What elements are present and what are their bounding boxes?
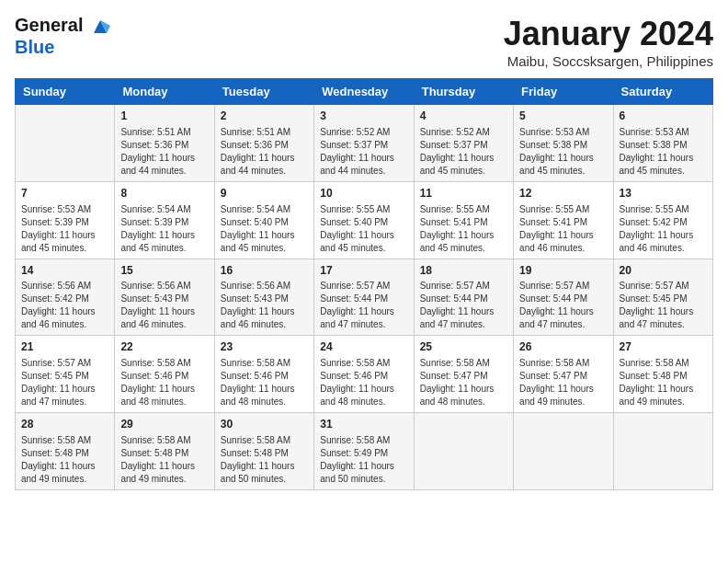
- calendar-body: 1Sunrise: 5:51 AMSunset: 5:36 PMDaylight…: [16, 105, 713, 490]
- day-info: Sunrise: 5:56 AMSunset: 5:43 PMDaylight:…: [120, 280, 208, 331]
- header-thursday: Thursday: [414, 79, 513, 105]
- week-row-3: 14Sunrise: 5:56 AMSunset: 5:42 PMDayligh…: [16, 259, 713, 336]
- day-info: Sunrise: 5:56 AMSunset: 5:43 PMDaylight:…: [221, 280, 308, 331]
- day-info: Sunrise: 5:58 AMSunset: 5:48 PMDaylight:…: [620, 357, 707, 408]
- day-number: 28: [21, 417, 108, 432]
- day-number: 23: [221, 339, 308, 355]
- day-number: 6: [620, 109, 707, 124]
- day-number: 18: [420, 263, 507, 279]
- day-info: Sunrise: 5:55 AMSunset: 5:41 PMDaylight:…: [420, 203, 507, 255]
- calendar-cell: 21Sunrise: 5:57 AMSunset: 5:45 PMDayligh…: [16, 336, 115, 413]
- calendar-cell: 18Sunrise: 5:57 AMSunset: 5:44 PMDayligh…: [414, 259, 513, 336]
- header-monday: Monday: [115, 79, 214, 105]
- calendar-cell: [514, 413, 613, 490]
- day-info: Sunrise: 5:58 AMSunset: 5:46 PMDaylight:…: [221, 357, 308, 408]
- calendar-cell: [414, 413, 513, 490]
- calendar-cell: 27Sunrise: 5:58 AMSunset: 5:48 PMDayligh…: [613, 336, 712, 413]
- calendar-cell: 24Sunrise: 5:58 AMSunset: 5:46 PMDayligh…: [314, 336, 414, 413]
- day-info: Sunrise: 5:58 AMSunset: 5:48 PMDaylight:…: [221, 434, 308, 486]
- day-number: 14: [21, 263, 108, 279]
- calendar-cell: 9Sunrise: 5:54 AMSunset: 5:40 PMDaylight…: [214, 181, 313, 259]
- title-block: January 2024 Maibu, Soccsksargen, Philip…: [504, 15, 713, 69]
- day-number: 17: [320, 263, 407, 279]
- week-row-4: 21Sunrise: 5:57 AMSunset: 5:45 PMDayligh…: [16, 336, 713, 413]
- calendar-cell: 14Sunrise: 5:56 AMSunset: 5:42 PMDayligh…: [16, 259, 115, 336]
- day-number: 31: [320, 417, 407, 432]
- day-number: 8: [120, 186, 208, 201]
- calendar-cell: 25Sunrise: 5:58 AMSunset: 5:47 PMDayligh…: [414, 336, 513, 413]
- calendar-cell: 20Sunrise: 5:57 AMSunset: 5:45 PMDayligh…: [613, 259, 712, 336]
- day-number: 13: [620, 186, 707, 201]
- calendar-cell: [613, 413, 712, 490]
- day-info: Sunrise: 5:55 AMSunset: 5:41 PMDaylight:…: [519, 203, 607, 255]
- day-info: Sunrise: 5:56 AMSunset: 5:42 PMDaylight:…: [21, 280, 108, 331]
- location: Maibu, Soccsksargen, Philippines: [504, 53, 713, 69]
- day-number: 20: [620, 263, 707, 279]
- day-number: 24: [320, 339, 407, 355]
- logo-icon: [90, 17, 110, 37]
- day-info: Sunrise: 5:52 AMSunset: 5:37 PMDaylight:…: [320, 126, 407, 178]
- calendar-cell: 2Sunrise: 5:51 AMSunset: 5:36 PMDaylight…: [214, 105, 313, 182]
- day-info: Sunrise: 5:58 AMSunset: 5:48 PMDaylight:…: [21, 434, 108, 486]
- day-info: Sunrise: 5:58 AMSunset: 5:48 PMDaylight:…: [120, 434, 208, 486]
- day-info: Sunrise: 5:57 AMSunset: 5:44 PMDaylight:…: [320, 280, 407, 331]
- calendar-cell: 28Sunrise: 5:58 AMSunset: 5:48 PMDayligh…: [16, 413, 115, 490]
- day-number: 21: [21, 339, 108, 355]
- day-info: Sunrise: 5:57 AMSunset: 5:44 PMDaylight:…: [519, 280, 607, 331]
- calendar-cell: [16, 105, 115, 182]
- header-friday: Friday: [514, 79, 613, 105]
- header-row: SundayMondayTuesdayWednesdayThursdayFrid…: [16, 79, 713, 105]
- calendar-cell: 6Sunrise: 5:53 AMSunset: 5:38 PMDaylight…: [613, 105, 712, 182]
- calendar-cell: 8Sunrise: 5:54 AMSunset: 5:39 PMDaylight…: [115, 181, 214, 259]
- day-info: Sunrise: 5:58 AMSunset: 5:46 PMDaylight:…: [320, 357, 407, 408]
- day-info: Sunrise: 5:57 AMSunset: 5:45 PMDaylight:…: [620, 280, 707, 331]
- calendar-cell: 17Sunrise: 5:57 AMSunset: 5:44 PMDayligh…: [314, 259, 414, 336]
- calendar-cell: 31Sunrise: 5:58 AMSunset: 5:49 PMDayligh…: [314, 413, 414, 490]
- header-saturday: Saturday: [613, 79, 712, 105]
- day-number: 15: [120, 263, 208, 279]
- month-title: January 2024: [504, 15, 713, 53]
- day-number: 30: [221, 417, 308, 432]
- day-number: 29: [120, 417, 208, 432]
- calendar-cell: 13Sunrise: 5:55 AMSunset: 5:42 PMDayligh…: [613, 181, 712, 259]
- day-number: 11: [420, 186, 507, 201]
- calendar-cell: 1Sunrise: 5:51 AMSunset: 5:36 PMDaylight…: [115, 105, 214, 182]
- day-number: 16: [221, 263, 308, 279]
- day-info: Sunrise: 5:57 AMSunset: 5:45 PMDaylight:…: [21, 357, 108, 408]
- day-info: Sunrise: 5:51 AMSunset: 5:36 PMDaylight:…: [120, 126, 208, 178]
- calendar-cell: 5Sunrise: 5:53 AMSunset: 5:38 PMDaylight…: [514, 105, 613, 182]
- day-info: Sunrise: 5:58 AMSunset: 5:49 PMDaylight:…: [320, 434, 407, 486]
- day-info: Sunrise: 5:52 AMSunset: 5:37 PMDaylight:…: [420, 126, 507, 178]
- day-number: 25: [420, 339, 507, 355]
- day-number: 4: [420, 109, 507, 124]
- day-info: Sunrise: 5:53 AMSunset: 5:39 PMDaylight:…: [21, 203, 108, 255]
- day-info: Sunrise: 5:57 AMSunset: 5:44 PMDaylight:…: [420, 280, 507, 331]
- day-number: 10: [320, 186, 407, 201]
- day-info: Sunrise: 5:53 AMSunset: 5:38 PMDaylight:…: [519, 126, 607, 178]
- calendar-cell: 30Sunrise: 5:58 AMSunset: 5:48 PMDayligh…: [214, 413, 313, 490]
- calendar-cell: 3Sunrise: 5:52 AMSunset: 5:37 PMDaylight…: [314, 105, 414, 182]
- day-number: 1: [120, 109, 208, 124]
- header-wednesday: Wednesday: [314, 79, 414, 105]
- calendar-cell: 26Sunrise: 5:58 AMSunset: 5:47 PMDayligh…: [514, 336, 613, 413]
- calendar-cell: 29Sunrise: 5:58 AMSunset: 5:48 PMDayligh…: [115, 413, 214, 490]
- day-number: 3: [320, 109, 407, 124]
- logo-general: General: [15, 15, 83, 35]
- day-number: 5: [519, 109, 607, 124]
- logo-blue: Blue: [15, 37, 110, 57]
- week-row-5: 28Sunrise: 5:58 AMSunset: 5:48 PMDayligh…: [16, 413, 713, 490]
- calendar-cell: 12Sunrise: 5:55 AMSunset: 5:41 PMDayligh…: [514, 181, 613, 259]
- day-number: 19: [519, 263, 607, 279]
- page-header: General Blue January 2024 Maibu, Soccsks…: [15, 15, 713, 69]
- day-info: Sunrise: 5:53 AMSunset: 5:38 PMDaylight:…: [620, 126, 707, 178]
- calendar-cell: 7Sunrise: 5:53 AMSunset: 5:39 PMDaylight…: [16, 181, 115, 259]
- calendar-cell: 11Sunrise: 5:55 AMSunset: 5:41 PMDayligh…: [414, 181, 513, 259]
- week-row-1: 1Sunrise: 5:51 AMSunset: 5:36 PMDaylight…: [16, 105, 713, 182]
- day-number: 22: [120, 339, 208, 355]
- day-number: 26: [519, 339, 607, 355]
- day-number: 12: [519, 186, 607, 201]
- calendar-header: SundayMondayTuesdayWednesdayThursdayFrid…: [16, 79, 713, 105]
- day-info: Sunrise: 5:55 AMSunset: 5:42 PMDaylight:…: [620, 203, 707, 255]
- calendar-cell: 4Sunrise: 5:52 AMSunset: 5:37 PMDaylight…: [414, 105, 513, 182]
- day-number: 2: [221, 109, 308, 124]
